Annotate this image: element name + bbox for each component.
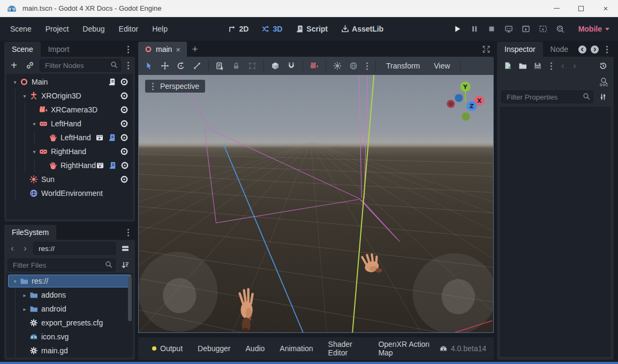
projection-selector[interactable]: Perspective [145, 80, 205, 93]
file-row-android[interactable]: ▸ android [6, 302, 133, 316]
tab-openxr-action-map[interactable]: OpenXR Action Map [372, 337, 436, 360]
instanced-scene-icon[interactable] [96, 161, 104, 170]
play-button[interactable] [450, 21, 465, 36]
filter-properties-input[interactable] [501, 90, 593, 103]
scene-node-sun[interactable]: Sun [6, 172, 133, 186]
property-tune-icon[interactable] [597, 90, 609, 103]
history-next-icon[interactable]: › [570, 59, 579, 72]
menu-debug[interactable]: Debug [76, 21, 111, 36]
script-icon[interactable] [108, 133, 116, 142]
scene-tab-main[interactable]: main × [138, 42, 187, 57]
play-scene-button[interactable] [518, 21, 533, 36]
minimize-button[interactable] [544, 0, 569, 17]
scale-mode-button[interactable] [190, 58, 205, 73]
tab-shader-editor[interactable]: Shader Editor [322, 337, 370, 360]
rotate-mode-button[interactable] [174, 58, 189, 73]
switch-3d-button[interactable]: 3D [257, 22, 287, 36]
history-prev-icon[interactable]: ‹ [558, 59, 568, 72]
tab-filesystem[interactable]: FileSystem [4, 225, 56, 240]
menu-editor[interactable]: Editor [112, 21, 146, 36]
file-row-export-presets[interactable]: export_presets.cfg [6, 316, 133, 330]
history-forward-icon[interactable] [591, 46, 599, 54]
tab-inspector[interactable]: Inspector [497, 42, 543, 57]
sun-environment-menu-icon[interactable] [363, 61, 371, 71]
fs-path-field[interactable] [33, 242, 116, 255]
camera-preview-icon[interactable] [307, 58, 322, 73]
instance-scene-link-icon[interactable] [24, 59, 36, 72]
visibility-eye-icon[interactable] [120, 119, 129, 128]
sort-files-icon[interactable] [119, 259, 132, 271]
expand-arrow-icon[interactable]: ▸ [20, 292, 29, 298]
instanced-scene-icon[interactable] [95, 133, 104, 142]
pause-button[interactable] [467, 21, 482, 36]
snap-object-icon[interactable] [268, 58, 283, 73]
toggle-sunlight-icon[interactable] [330, 58, 345, 73]
save-resource-icon[interactable] [531, 59, 544, 72]
scene-tree-menu-icon[interactable] [124, 60, 132, 70]
switch-assetlib-button[interactable]: AssetLib [336, 22, 388, 36]
toggle-environment-icon[interactable] [346, 58, 361, 73]
tab-scene[interactable]: Scene [4, 42, 41, 57]
resource-menu-icon[interactable] [547, 61, 555, 71]
fs-forward-button[interactable]: › [20, 242, 30, 255]
script-icon[interactable] [108, 161, 117, 170]
doc-search-icon[interactable]: DOC [600, 77, 608, 87]
edit-history-icon[interactable] [597, 59, 609, 72]
3d-viewport[interactable]: Y X Z Perspective [138, 75, 494, 333]
collapse-arrow-icon[interactable]: ▾ [11, 79, 19, 85]
switch-script-button[interactable]: Script [290, 22, 333, 36]
scene-node-righthand-mesh[interactable]: RightHand [6, 158, 133, 172]
file-row-icon-svg[interactable]: icon.svg [6, 330, 133, 344]
visibility-eye-icon[interactable] [120, 78, 129, 86]
scene-node-worldenvironment[interactable]: WorldEnvironment [6, 186, 133, 200]
group-selected-button[interactable] [245, 58, 260, 73]
play-custom-scene-button[interactable] [536, 21, 551, 36]
remote-debug-icon[interactable] [501, 21, 516, 36]
visibility-eye-icon[interactable] [120, 92, 129, 100]
menu-scene[interactable]: Scene [3, 21, 39, 36]
scene-node-main[interactable]: ▾ Main [6, 75, 133, 89]
split-view-toggle-icon[interactable] [119, 242, 132, 255]
renderer-select[interactable]: Mobile [575, 22, 613, 35]
new-scene-tab-button[interactable]: + [187, 42, 203, 57]
maximize-button[interactable] [569, 0, 593, 17]
visibility-eye-icon[interactable] [120, 175, 129, 184]
tab-node[interactable]: Node [543, 42, 576, 57]
scene-node-righthand[interactable]: ▾ RightHand [6, 145, 133, 158]
scrollbar-thumb[interactable] [128, 276, 132, 321]
load-resource-folder-icon[interactable] [516, 59, 529, 72]
history-back-icon[interactable] [578, 46, 586, 54]
list-select-button[interactable] [213, 58, 228, 73]
menu-project[interactable]: Project [39, 21, 76, 36]
visibility-eye-icon[interactable] [120, 161, 129, 170]
visibility-eye-icon[interactable] [120, 147, 129, 156]
tab-import[interactable]: Import [41, 42, 77, 57]
scene-node-lefthand-mesh[interactable]: LeftHand [6, 131, 133, 145]
move-mode-button[interactable] [157, 58, 172, 73]
collapse-arrow-icon[interactable]: ▾ [30, 149, 39, 155]
snap-magnet-icon[interactable] [284, 58, 299, 73]
close-button[interactable]: × [593, 0, 618, 17]
movie-maker-icon[interactable] [553, 21, 568, 36]
script-icon[interactable] [108, 78, 116, 86]
stop-button[interactable] [484, 21, 499, 36]
file-row-main-gd[interactable]: main.gd [6, 344, 133, 358]
scene-dock-menu-icon[interactable] [124, 44, 132, 54]
view-menu[interactable]: View [427, 59, 456, 73]
close-tab-icon[interactable]: × [176, 45, 180, 54]
switch-2d-button[interactable]: 2D [223, 22, 254, 36]
collapse-arrow-icon[interactable]: ▾ [11, 278, 19, 284]
add-node-button[interactable]: + [7, 59, 20, 72]
inspector-menu-icon[interactable] [603, 44, 611, 54]
file-row-addons[interactable]: ▸ addons [6, 288, 133, 302]
visibility-eye-icon[interactable] [120, 133, 129, 142]
filesystem-menu-icon[interactable] [124, 228, 132, 237]
visibility-eye-icon[interactable] [120, 105, 129, 114]
collapse-arrow-icon[interactable]: ▾ [20, 93, 29, 99]
new-resource-icon[interactable] [501, 59, 514, 72]
file-row-res[interactable]: ▾ res:// [6, 274, 133, 288]
fs-back-button[interactable]: ‹ [7, 242, 17, 255]
tab-audio[interactable]: Audio [239, 341, 272, 356]
menu-help[interactable]: Help [145, 21, 175, 36]
select-mode-button[interactable] [141, 58, 156, 73]
